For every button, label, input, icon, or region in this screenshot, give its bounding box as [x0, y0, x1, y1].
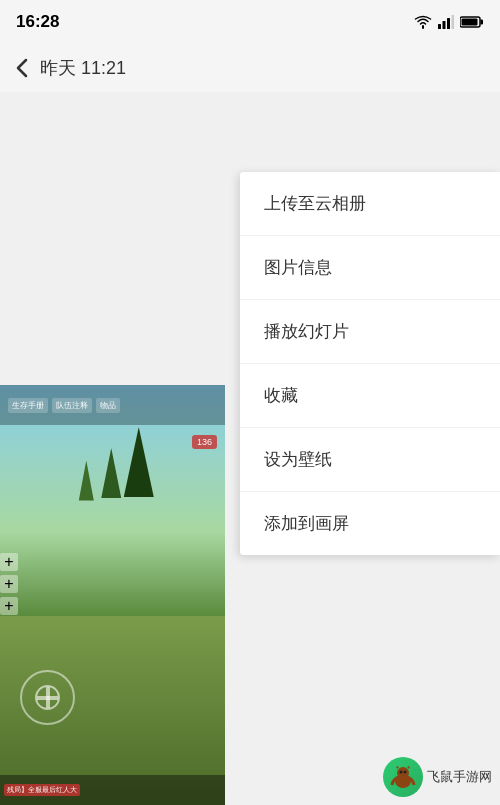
game-background: 生存手册 队伍注释 物品 136 + + +: [0, 385, 225, 805]
watermark-logo: [383, 757, 423, 797]
game-screenshot: 生存手册 队伍注释 物品 136 + + +: [0, 385, 225, 805]
battery-icon: [460, 15, 484, 29]
side-button: +: [0, 575, 18, 593]
back-arrow-icon: [16, 58, 28, 78]
side-button: +: [0, 553, 18, 571]
joystick-center: [35, 685, 60, 710]
svg-rect-1: [443, 21, 446, 29]
back-button[interactable]: [16, 58, 28, 78]
context-menu: 上传至云相册 图片信息 播放幻灯片 收藏 设为壁纸 添加到画屏: [240, 172, 500, 555]
game-hud-top: 生存手册 队伍注释 物品: [0, 385, 225, 425]
svg-rect-0: [438, 24, 441, 29]
game-bottom-bar: 残局】全服最后红人大: [0, 775, 225, 805]
header-title: 昨天 11:21: [40, 56, 126, 80]
main-content: 生存手册 队伍注释 物品 136 + + +: [0, 92, 500, 805]
svg-rect-5: [481, 20, 484, 25]
game-side-buttons: + + +: [0, 553, 18, 615]
svg-rect-3: [452, 15, 455, 29]
menu-item-slideshow[interactable]: 播放幻灯片: [240, 300, 500, 364]
hud-item: 生存手册: [8, 398, 48, 413]
watermark-squirrel-icon: [389, 763, 417, 791]
hud-item: 队伍注释: [52, 398, 92, 413]
svg-rect-2: [447, 18, 450, 29]
watermark-text: 飞鼠手游网: [427, 768, 492, 786]
menu-item-image-info[interactable]: 图片信息: [240, 236, 500, 300]
hud-item: 物品: [96, 398, 120, 413]
menu-item-add-screen[interactable]: 添加到画屏: [240, 492, 500, 555]
wifi-icon: [414, 15, 432, 29]
status-time: 16:28: [16, 12, 59, 32]
status-icons: [414, 15, 484, 29]
svg-point-10: [404, 771, 407, 774]
menu-item-favorite[interactable]: 收藏: [240, 364, 500, 428]
menu-item-wallpaper[interactable]: 设为壁纸: [240, 428, 500, 492]
tree-decoration: [124, 427, 154, 497]
bottom-badge: 残局】全服最后红人大: [4, 784, 80, 796]
side-button: +: [0, 597, 18, 615]
tree-decoration: [79, 461, 94, 501]
watermark: 飞鼠手游网: [383, 757, 492, 797]
hud-health: 136: [192, 435, 217, 449]
svg-rect-6: [462, 19, 478, 26]
menu-item-upload[interactable]: 上传至云相册: [240, 172, 500, 236]
tree-decoration: [101, 448, 121, 498]
game-joystick: [20, 670, 75, 725]
header-bar: 昨天 11:21: [0, 44, 500, 92]
svg-point-9: [400, 771, 403, 774]
signal-icon: [438, 15, 454, 29]
status-bar: 16:28: [0, 0, 500, 44]
